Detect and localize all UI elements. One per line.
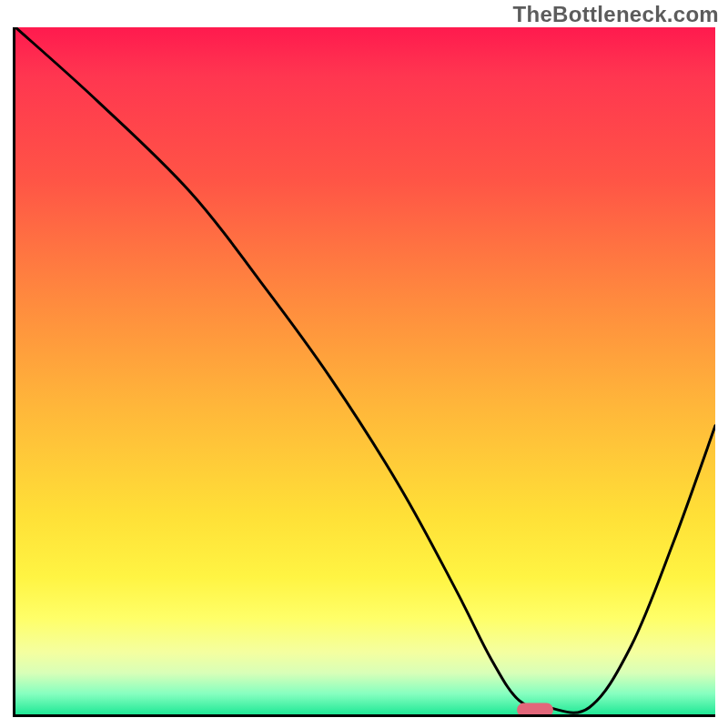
optimal-point-marker: [517, 703, 553, 717]
plot-area: [13, 27, 715, 717]
bottleneck-curve: [15, 27, 715, 714]
chart-container: TheBottleneck.com: [0, 0, 728, 728]
watermark-text: TheBottleneck.com: [513, 2, 719, 27]
